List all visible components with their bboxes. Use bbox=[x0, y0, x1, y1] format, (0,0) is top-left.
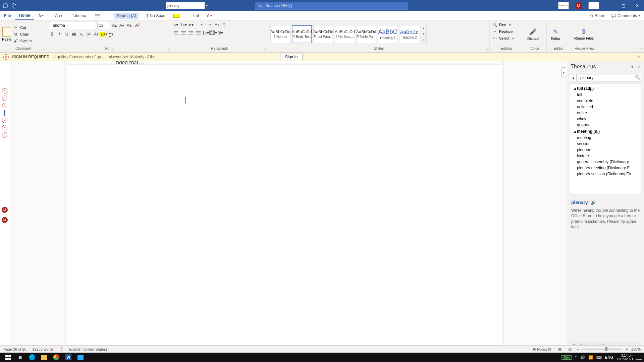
style-list-para[interactable]: AaBbCcDd¶ List Para... bbox=[313, 25, 333, 43]
multilevel-icon[interactable]: ≣▾ bbox=[188, 22, 194, 28]
shading-icon[interactable]: ab▾ bbox=[210, 30, 216, 36]
thesaurus-category[interactable]: full (adj.) bbox=[570, 85, 641, 92]
thesaurus-item[interactable]: plenary session (Dictionary Fo bbox=[570, 171, 641, 177]
thesaurus-item[interactable]: entire bbox=[570, 110, 641, 116]
nav-search-input[interactable] bbox=[166, 2, 205, 9]
copy-button[interactable]: ⧉Copy bbox=[13, 31, 32, 37]
zoom-in-icon[interactable]: + bbox=[626, 347, 628, 351]
bold-icon[interactable]: B bbox=[49, 31, 55, 37]
highlight-icon[interactable]: ab▾ bbox=[101, 31, 107, 37]
signin-button[interactable]: Sign In bbox=[280, 54, 303, 60]
tab-fontcolor-dropdown[interactable]: A▾ bbox=[203, 11, 220, 20]
clipboard-launcher-icon[interactable]: ↘ bbox=[43, 48, 45, 51]
status-language[interactable]: English (United States) bbox=[69, 347, 107, 351]
font-name-input[interactable] bbox=[49, 22, 96, 29]
thesaurus-item[interactable]: lecture bbox=[570, 153, 641, 159]
font-size-input[interactable] bbox=[97, 22, 110, 29]
subscript-icon[interactable]: x₂ bbox=[78, 31, 85, 37]
strikethrough-icon[interactable]: ab bbox=[71, 31, 77, 37]
document-canvas[interactable]: …nded that… ▸ bbox=[9, 61, 567, 353]
text-effects-icon[interactable]: A▾ bbox=[93, 31, 99, 37]
nav-pane-toggle-icon[interactable]: ▸ bbox=[561, 67, 566, 77]
edge-icon[interactable] bbox=[26, 353, 38, 362]
change-case-icon[interactable]: Aa bbox=[126, 22, 132, 28]
tab-home[interactable]: Home bbox=[15, 11, 34, 20]
style-no-spacing[interactable]: AaBbCcDd¶ No Spac... bbox=[335, 25, 355, 43]
align-right-icon[interactable] bbox=[188, 30, 194, 36]
thesaurus-close-icon[interactable]: ✕ bbox=[637, 64, 641, 69]
chrome-icon[interactable] bbox=[50, 353, 62, 362]
line-spacing-icon[interactable]: ‡≡▾ bbox=[203, 30, 209, 36]
thesaurus-item[interactable]: session bbox=[570, 141, 641, 147]
zoom-slider[interactable] bbox=[582, 349, 622, 350]
zoom-out-icon[interactable]: − bbox=[577, 347, 579, 351]
paste-button[interactable]: Paste bbox=[2, 27, 11, 41]
window-close-icon[interactable]: ✕ bbox=[633, 3, 641, 8]
cut-button[interactable]: ✂Cut bbox=[13, 24, 32, 31]
replace-button[interactable]: ↔Replace bbox=[492, 28, 513, 35]
ime-lang[interactable]: ENG bbox=[605, 355, 613, 359]
thesaurus-search-input[interactable] bbox=[578, 74, 641, 81]
grow-font-icon[interactable]: A▴ bbox=[111, 22, 117, 28]
word-icon[interactable]: W bbox=[62, 353, 74, 362]
tab-sub-nospac[interactable]: ¶ No Spac bbox=[143, 11, 169, 20]
font-color-icon[interactable]: A▾ bbox=[108, 31, 114, 37]
clear-format-icon[interactable]: A⊘ bbox=[133, 22, 140, 28]
align-left-icon[interactable] bbox=[173, 30, 179, 36]
style-normal[interactable]: AaBbCcDd¶ Normal bbox=[270, 25, 290, 43]
tab-case-dropdown[interactable]: Aa▾ bbox=[51, 11, 68, 20]
tab-sub-hal[interactable]: hal bbox=[190, 11, 203, 20]
styles-expand-icon[interactable]: ▿ bbox=[421, 37, 426, 43]
zoom-level[interactable]: 130% bbox=[631, 347, 641, 351]
account-avatar[interactable]: M bbox=[575, 2, 582, 9]
doc-thumbnail-1[interactable]: AaBbCc bbox=[558, 2, 569, 9]
tab-file[interactable]: File bbox=[0, 11, 15, 20]
italic-icon[interactable]: I bbox=[56, 31, 62, 37]
thesaurus-item[interactable]: meeting bbox=[570, 135, 641, 141]
share-button[interactable]: Share bbox=[589, 13, 605, 18]
track-delete-icon[interactable]: ✕ bbox=[2, 125, 7, 130]
zoom-thumb[interactable] bbox=[605, 347, 607, 351]
superscript-icon[interactable]: x² bbox=[86, 31, 92, 37]
dictate-button[interactable]: 🎤 Dictate bbox=[525, 28, 541, 41]
thesaurus-item[interactable]: whole bbox=[570, 116, 641, 122]
file-explorer-icon[interactable] bbox=[38, 353, 50, 362]
thesaurus-item[interactable]: full bbox=[570, 92, 641, 98]
print-layout-icon[interactable]: ▦ bbox=[556, 347, 563, 352]
paragraph-launcher-icon[interactable]: ↘ bbox=[264, 48, 267, 51]
thesaurus-item[interactable]: plenary meeting (Dictionary F bbox=[570, 165, 641, 171]
style-heading-1[interactable]: AaBbCHeading 1 bbox=[378, 25, 398, 43]
underline-icon[interactable]: U bbox=[64, 31, 70, 37]
status-proofing[interactable]: ⓧ bbox=[60, 347, 63, 352]
nav-search-dropdown-icon[interactable]: ▾ bbox=[206, 4, 208, 7]
track-delete-icon[interactable]: ✕ bbox=[2, 88, 7, 94]
format-painter-button[interactable]: 🖌Sign In bbox=[13, 38, 32, 44]
style-table-para[interactable]: AaBbCcDd¶ Table Pa... bbox=[356, 25, 376, 43]
window-minimize-icon[interactable]: ― bbox=[605, 3, 613, 8]
sort-icon[interactable]: A↓ bbox=[214, 22, 220, 28]
web-layout-icon[interactable]: ▥ bbox=[567, 347, 573, 352]
increase-indent-icon[interactable]: ⇥ bbox=[207, 22, 213, 28]
show-marks-icon[interactable]: ¶ bbox=[221, 22, 227, 28]
thesaurus-search-icon[interactable]: 🔍 bbox=[635, 75, 640, 80]
signin-bar-x-icon[interactable]: ✕ bbox=[3, 54, 9, 60]
styles-scroll-down-icon[interactable]: ▾ bbox=[421, 31, 426, 37]
track-delete-icon[interactable]: ✕ bbox=[2, 96, 7, 101]
keyboard-icon[interactable]: ⌨ bbox=[596, 355, 602, 360]
tab-sub-tahoma[interactable]: Tahoma bbox=[68, 11, 90, 20]
tray-chevron-icon[interactable]: ˄ bbox=[575, 355, 577, 360]
window-restore-icon[interactable]: ▢ bbox=[619, 3, 627, 8]
thesaurus-item[interactable]: unlimited bbox=[570, 104, 641, 110]
action-center-icon[interactable] bbox=[636, 355, 642, 360]
thesaurus-category[interactable]: meeting (n.) bbox=[570, 128, 641, 135]
thesaurus-options-icon[interactable]: ▾ bbox=[631, 64, 633, 69]
track-delete-icon[interactable]: ✕ bbox=[2, 132, 7, 138]
align-center-icon[interactable] bbox=[180, 30, 186, 36]
style-body-text[interactable]: AaBbCcDd¶ Body Text bbox=[292, 25, 312, 43]
font-launcher-icon[interactable]: ↘ bbox=[167, 48, 169, 51]
track-delete-icon[interactable]: ✕ bbox=[2, 118, 7, 123]
thesaurus-back-icon[interactable]: ◂ bbox=[570, 74, 577, 81]
autosave-toggle-icon[interactable] bbox=[3, 3, 8, 8]
volume-icon[interactable]: 🔊 bbox=[580, 355, 585, 360]
photos-icon[interactable] bbox=[74, 353, 87, 362]
